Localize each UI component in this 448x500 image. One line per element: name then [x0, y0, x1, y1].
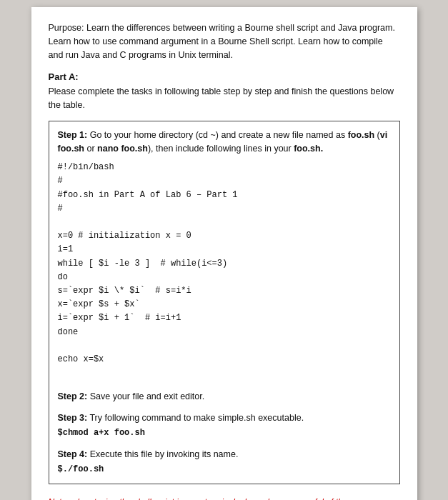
step4-label: Step 4: — [58, 449, 88, 459]
step2-desc: Save your file and exit editor. — [90, 391, 205, 401]
step4-desc: Execute this file by invoking its name. — [90, 449, 239, 459]
step1-label: Step 1: — [58, 130, 88, 140]
note-section: Note: when typing the shell script in yo… — [49, 496, 400, 500]
step4-command: $./foo.sh — [58, 464, 104, 474]
step-box: Step 1: Go to your home directory (cd ~)… — [49, 121, 400, 485]
note-highlight: spaces. — [350, 497, 382, 500]
part-a-desc: Please complete the tasks in following t… — [49, 85, 400, 112]
page: Purpose: Learn the differences between w… — [31, 7, 417, 500]
purpose-text: Purpose: Learn the differences between w… — [49, 21, 400, 61]
note-text: Note: when typing the shell script in yo… — [49, 497, 348, 500]
step3-desc: Try following command to make simple.sh … — [89, 413, 304, 423]
step4-text: Step 4: Execute this file by invoking it… — [58, 447, 391, 476]
step1-desc: Go to your home directory (cd ~) and cre… — [58, 130, 388, 154]
step1-title: Step 1: Go to your home directory (cd ~)… — [58, 129, 391, 156]
step2-label: Step 2: — [58, 391, 88, 401]
step3-text: Step 3: Try following command to make si… — [58, 411, 391, 440]
step3-command: $chmod a+x foo.sh — [58, 428, 145, 438]
step-separator — [58, 372, 391, 382]
step1-code: #!/bin/bash # #foo.sh in Part A of Lab 6… — [58, 161, 391, 366]
step2-text: Step 2: Save your file and exit editor. — [58, 389, 391, 404]
part-a-heading: Part A: — [49, 71, 400, 82]
step3-label: Step 3: — [58, 413, 88, 423]
